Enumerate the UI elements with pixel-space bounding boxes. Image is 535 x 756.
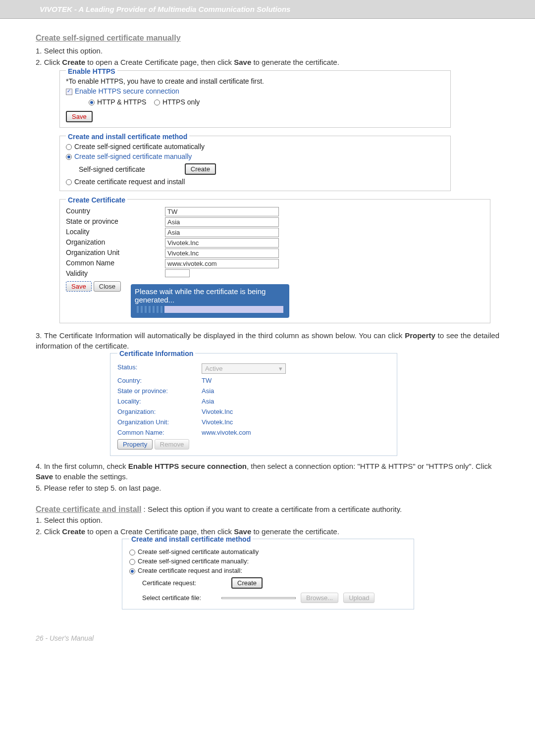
section2-desc: : Select this option if you want to crea… [141,505,402,513]
method2-legend: Create and install certificate method [129,535,253,543]
ci-country-l: Country: [117,377,202,384]
remove-button[interactable]: Remove [155,439,189,450]
install-method-panel-2: Create and install certificate method Cr… [122,539,414,609]
sec2-step-1: 1. Select this option. [36,515,499,525]
cn-input[interactable]: www.vivotek.com [165,259,279,268]
create-button[interactable]: Create [185,163,216,175]
radio-https-only[interactable] [154,100,160,105]
ci-org-v: Vivotek.Inc [202,408,233,415]
country-input[interactable]: TW [165,207,279,216]
m2-request-label: Create certificate request and install: [138,567,242,574]
cert-info-legend: Certificate Information [117,350,195,357]
create-certificate-panel: Create Certificate CountryTW State or pr… [59,199,490,323]
property-button[interactable]: Property [117,439,153,450]
locality-input[interactable]: Asia [165,228,279,237]
radio-auto-label: Create self-signed certificate automatic… [74,143,205,151]
m2-req-label: Certificate request: [142,579,216,587]
page-footer: 26 - User's Manual [0,624,535,648]
ci-state-v: Asia [202,387,214,395]
step2-text-c: to open a Create Certificate page, then … [85,58,234,66]
ci-org-l: Organization: [117,408,202,415]
step-1: 1. Select this option. [36,46,499,56]
page-content: Create self-signed certificate manually … [0,19,535,624]
m2-file-label: Select certificate file: [142,594,216,602]
save-button[interactable]: Save [66,111,93,122]
ci-locality-l: Locality: [117,398,202,405]
validity-input[interactable] [165,269,190,277]
ci-orgunit-l: Organization Unit: [117,418,202,426]
radio-manual-cert[interactable] [66,154,72,160]
chevron-down-icon: ▾ [279,365,282,372]
ci-status-select[interactable]: Active▾ [202,363,286,374]
radio-request-install[interactable] [66,179,72,185]
step2-create: Create [62,58,85,66]
cn-label: Common Name [66,259,165,268]
locality-label: Locality [66,228,165,237]
ci-country-v: TW [202,377,212,384]
toast-text: Please wait while the certificate is bei… [135,287,266,304]
sec2-step-2: 2. Click Create to open a Create Certifi… [36,526,499,537]
radio-https-only-label: HTTPS only [162,98,200,106]
step2-text-a: 2. Click [36,58,62,66]
step2-save: Save [234,58,251,66]
state-input[interactable]: Asia [165,217,279,227]
ci-state-l: State or province: [117,387,202,395]
radio-request-label: Create certificate request and install [74,178,185,186]
self-signed-label: Self-signed certificate [79,165,145,173]
s2-step2-a: 2. Click [36,527,62,536]
m2-radio-auto[interactable] [129,550,135,555]
enable-https-checkbox-row: Enable HTTPS secure connection [66,87,445,95]
step-4: 4. In the first column, check Enable HTT… [36,461,499,482]
upload-button[interactable]: Upload [343,593,374,603]
m2-radio-manual[interactable] [129,559,135,565]
ci-cn-v: www.vivotek.com [202,429,251,436]
radio-auto-cert[interactable] [66,144,72,150]
enable-https-checkbox-label: Enable HTTPS secure connection [75,87,179,95]
https-mode-row: HTTP & HTTPS HTTPS only [89,98,445,106]
browse-button[interactable]: Browse... [301,593,338,603]
page-header: VIVOTEK - A Leading Provider of Multimed… [0,0,535,19]
ci-locality-v: Asia [202,398,214,405]
country-label: Country [66,207,165,216]
save-cert-button[interactable]: Save [66,281,92,292]
cert-info-panel: Certificate Information Status: Active▾ … [110,353,397,456]
s2-step2-d: Save [234,527,251,536]
m2-create-button[interactable]: Create [231,577,263,589]
m2-radio-request[interactable] [129,568,135,574]
radio-http-and-https[interactable] [89,100,95,105]
enable-https-panel: Enable HTTPS *To enable HTTPS, you have … [59,70,451,128]
s2-step2-e: to generate the certificate. [251,527,339,536]
m2-manual-label: Create self-signed certificate manually: [138,557,249,565]
close-cert-button[interactable]: Close [94,281,121,292]
install-method-panel: Create and install certificate method Cr… [59,136,451,191]
ci-status-l: Status: [117,363,202,374]
m2-auto-label: Create self-signed certificate automatic… [138,548,259,555]
section-title-install: Create certificate and install [36,505,141,513]
ci-orgunit-v: Vivotek.Inc [202,418,233,426]
install-method-legend: Create and install certificate method [66,133,189,141]
orgunit-input[interactable]: Vivotek.Inc [165,249,279,258]
state-label: State or province [66,217,165,227]
enable-https-checkbox[interactable] [66,89,72,95]
section-title-manual: Create self-signed certificate manually [36,34,499,43]
org-input[interactable]: Vivotek.Inc [165,238,279,248]
enable-https-legend: Enable HTTPS [66,67,117,75]
orgunit-label: Organization Unit [66,249,165,258]
step-5: 5. Please refer to step 5. on last page. [36,483,499,493]
section-2: Create certificate and install : Select … [36,505,499,514]
step2-text-e: to generate the certificate. [251,58,339,66]
validity-label: Validity [66,269,165,277]
progress-bar [135,306,283,313]
create-cert-legend: Create Certificate [66,196,127,204]
radio-http-https-label: HTTP & HTTPS [97,98,146,106]
s2-step2-c: to open a Create Certificate page, then … [85,527,234,536]
generating-toast: Please wait while the certificate is bei… [131,284,289,318]
enable-https-note: *To enable HTTPS, you have to create and… [66,77,445,85]
org-label: Organization [66,238,165,248]
step-2: 2. Click Create to open a Create Certifi… [36,57,499,67]
ci-cn-l: Common Name: [117,429,202,436]
step-3-para: 3. The Certificate Information will auto… [36,330,499,351]
radio-manual-label: Create self-signed certificate manually [74,152,192,160]
m2-file-input[interactable] [221,597,296,599]
s2-step2-b: Create [62,527,85,536]
